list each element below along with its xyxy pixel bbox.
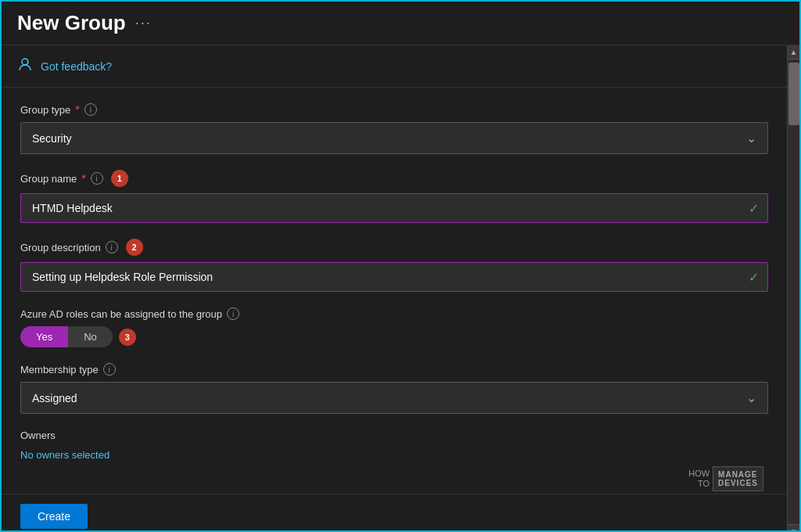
membership-type-label-text: Membership type [20, 364, 99, 376]
group-description-step-badge: 2 [126, 239, 143, 256]
page-title: New Group [17, 11, 126, 35]
group-type-label: Group type * i [20, 103, 768, 116]
watermark: HOWTO MANAGEDEVICES [688, 466, 763, 491]
azure-ad-roles-label: Azure AD roles can be assigned to the gr… [20, 307, 768, 320]
owners-label: Owners [20, 430, 768, 441]
group-name-label-text: Group name [20, 173, 77, 185]
more-options-icon[interactable]: ··· [135, 15, 152, 31]
group-name-input-wrapper: ✓ [20, 193, 768, 223]
main-layout: Got feedback? Group type * i Security ⌄ [2, 45, 799, 532]
group-description-label: Group description i 2 [20, 239, 768, 256]
group-type-field: Group type * i Security ⌄ [20, 103, 768, 154]
group-name-step-badge: 1 [111, 170, 128, 187]
group-type-select[interactable]: Security ⌄ [20, 122, 768, 154]
scrollbar-thumb[interactable] [788, 63, 799, 125]
scrollbar-arrow-up[interactable]: ▲ [788, 45, 799, 59]
membership-type-label: Membership type i [20, 363, 768, 376]
group-description-label-text: Group description [20, 242, 101, 253]
group-type-label-text: Group type [20, 104, 70, 116]
header: New Group ··· [2, 2, 799, 45]
membership-type-field: Membership type i Assigned ⌄ [20, 363, 768, 414]
group-name-input[interactable] [20, 193, 768, 223]
membership-type-select[interactable]: Assigned ⌄ [20, 382, 768, 414]
create-button[interactable]: Create [20, 504, 88, 529]
membership-type-value: Assigned [32, 392, 77, 404]
feedback-icon [17, 56, 33, 76]
azure-ad-roles-no-button[interactable]: No [68, 326, 113, 347]
group-name-field: Group name * i 1 ✓ [20, 170, 768, 223]
azure-ad-roles-label-text: Azure AD roles can be assigned to the gr… [20, 308, 222, 320]
group-name-label: Group name * i 1 [20, 170, 768, 187]
feedback-label[interactable]: Got feedback? [41, 60, 112, 73]
group-description-input[interactable] [20, 262, 768, 292]
watermark-howto-text: HOWTO [688, 469, 709, 489]
owners-label-text: Owners [20, 430, 56, 441]
watermark-manage-text: MANAGEDEVICES [713, 466, 763, 491]
membership-type-chevron-icon: ⌄ [746, 390, 756, 405]
owners-link[interactable]: No owners selected [20, 449, 110, 461]
group-name-required: * [81, 172, 85, 185]
svg-point-0 [22, 59, 28, 65]
group-description-check-icon: ✓ [749, 270, 759, 285]
group-description-info-icon[interactable]: i [106, 241, 118, 253]
content-scroll[interactable]: Got feedback? Group type * i Security ⌄ [2, 45, 787, 532]
azure-ad-roles-step-badge: 3 [119, 329, 136, 346]
group-type-value: Security [32, 132, 72, 145]
group-description-field: Group description i 2 ✓ [20, 239, 768, 292]
group-name-info-icon[interactable]: i [91, 172, 103, 185]
scrollbar-arrow-down[interactable]: ▼ [788, 524, 799, 532]
group-name-check-icon: ✓ [749, 201, 759, 216]
content-area: Got feedback? Group type * i Security ⌄ [2, 45, 787, 532]
form-content: Group type * i Security ⌄ Group name * i [2, 88, 787, 532]
feedback-bar: Got feedback? [2, 45, 787, 88]
group-type-required: * [75, 103, 79, 116]
group-type-chevron-icon: ⌄ [746, 131, 756, 146]
scrollbar-track: ▲ ▼ [787, 45, 799, 532]
group-description-input-wrapper: ✓ [20, 262, 768, 292]
azure-ad-roles-yes-button[interactable]: Yes [20, 326, 68, 347]
azure-ad-roles-info-icon[interactable]: i [227, 307, 239, 320]
azure-ad-roles-field: Azure AD roles can be assigned to the gr… [20, 307, 768, 347]
owners-field: Owners No owners selected [20, 430, 768, 462]
membership-type-info-icon[interactable]: i [103, 363, 116, 376]
footer: Create [2, 494, 787, 532]
group-type-info-icon[interactable]: i [84, 103, 97, 116]
azure-ad-roles-toggle: Yes No 3 [20, 326, 768, 347]
